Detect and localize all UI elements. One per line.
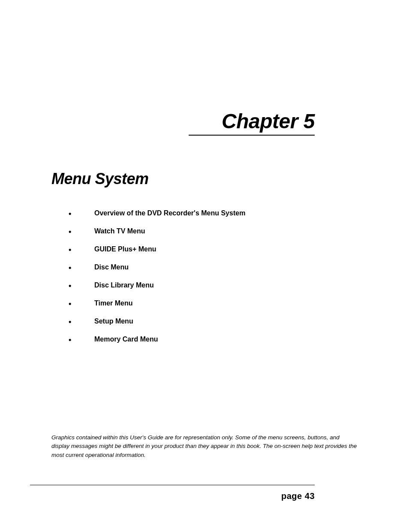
section-title: Menu System [51,170,315,188]
footer-rule [30,485,315,485]
chapter-title: Chapter 5 [189,109,315,136]
toc-item: GUIDE Plus+ Menu [69,245,315,253]
toc-item: Disc Library Menu [69,281,315,289]
page-number: page 43 [281,491,315,501]
toc-item: Watch TV Menu [69,227,315,235]
toc-list: Overview of the DVD Recorder's Menu Syst… [69,209,315,343]
toc-item: Memory Card Menu [69,336,315,343]
toc-item: Disc Menu [69,263,315,271]
toc-item: Setup Menu [69,317,315,325]
page-content: Chapter 5 Menu System Overview of the DV… [51,109,315,354]
toc-item: Timer Menu [69,299,315,307]
toc-item: Overview of the DVD Recorder's Menu Syst… [69,209,315,217]
disclaimer-text: Graphics contained within this User's Gu… [51,433,358,459]
